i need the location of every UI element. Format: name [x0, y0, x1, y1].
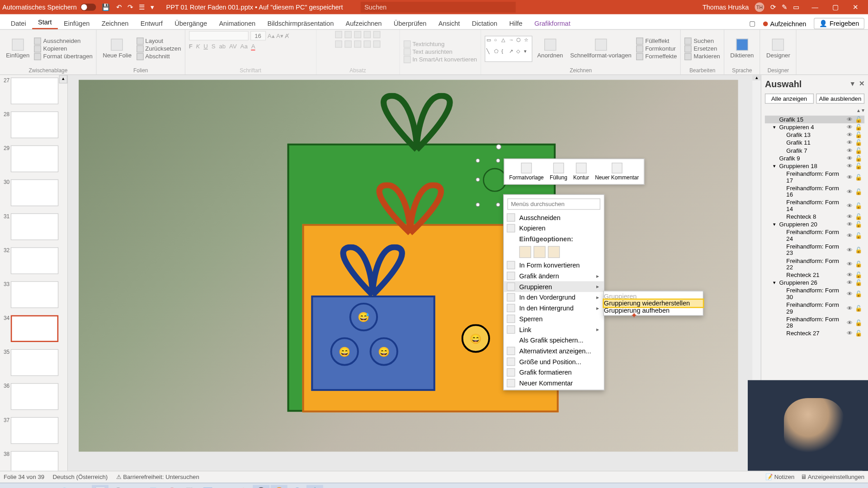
ctx-link[interactable]: Link▸	[504, 324, 604, 335]
bold-button[interactable]: F	[189, 43, 193, 51]
thumbnail-35[interactable]: 35	[0, 347, 67, 380]
change-case-button[interactable]: Aa	[241, 43, 248, 51]
tree-item[interactable]: Rechteck 21 👁 🔓	[765, 271, 864, 279]
vlc-icon[interactable]: ▶	[127, 485, 144, 488]
tab-dictation[interactable]: Dictation	[466, 17, 504, 29]
ctx-alt-text[interactable]: Alternativtext anzeigen...	[504, 346, 604, 357]
lock-icon[interactable]: 🔓	[855, 272, 863, 278]
thumb-scroll-up[interactable]: ▴	[59, 75, 67, 83]
decrease-font-icon[interactable]: A▾	[276, 33, 283, 39]
ctx-search-input[interactable]	[507, 198, 600, 210]
selection-handle[interactable]	[496, 202, 500, 206]
lock-icon[interactable]: 🔓	[855, 163, 863, 169]
selection-handle[interactable]	[496, 159, 500, 163]
sync-icon[interactable]: ⟳	[770, 3, 776, 11]
undo-icon[interactable]: ↶	[116, 3, 122, 11]
hide-all-button[interactable]: Alle ausblenden	[816, 94, 864, 103]
touch-mode-icon[interactable]: ☰	[139, 3, 145, 11]
file-explorer-icon[interactable]: 📁	[20, 485, 37, 488]
format-painter-button[interactable]: Format übertragen	[34, 53, 93, 60]
char-spacing-button[interactable]: AV	[229, 43, 237, 51]
thumbnail-36[interactable]: 36	[0, 381, 67, 415]
obs-icon[interactable]: ⚫	[253, 485, 269, 488]
ctx-new-comment[interactable]: Neuer Kommentar	[504, 378, 604, 389]
visibility-icon[interactable]: 👁	[847, 261, 855, 267]
mini-outline-button[interactable]: Kontur	[571, 161, 592, 182]
thumbnail-34[interactable]: 34	[0, 313, 67, 347]
ctx-change-graphic[interactable]: Grafik ändern▸	[504, 271, 604, 282]
tree-item[interactable]: Freihandform: Form 28 👁 🔓	[765, 315, 864, 330]
text-direction-button[interactable]: Textrichtung	[403, 40, 477, 47]
visibility-icon[interactable]: 👁	[847, 163, 855, 169]
autosave-switch-icon[interactable]	[80, 4, 96, 11]
shape-outline-button[interactable]: Formkontur	[636, 45, 677, 52]
paste-option-1[interactable]	[519, 246, 531, 258]
visibility-icon[interactable]: 👁	[847, 221, 855, 228]
line-spacing-icon[interactable]	[373, 31, 381, 38]
visibility-icon[interactable]: 👁	[847, 232, 855, 239]
tree-item[interactable]: Freihandform: Form 14 👁 🔓	[765, 198, 864, 213]
tree-item[interactable]: ▾ Gruppieren 4 👁 🔓	[765, 123, 864, 131]
thumbnail-37[interactable]: 37	[0, 415, 67, 449]
convert-smartart-button[interactable]: In SmartArt konvertieren	[403, 56, 477, 63]
selection-handle[interactable]	[476, 159, 480, 163]
strikethrough-button[interactable]: S	[212, 43, 216, 51]
visibility-icon[interactable]: 👁	[847, 305, 855, 312]
align-center-icon[interactable]	[344, 41, 352, 48]
visibility-icon[interactable]: 👁	[847, 147, 855, 154]
app-icon-7[interactable]: 🔵	[288, 485, 305, 488]
lock-icon[interactable]: 🔓	[855, 147, 863, 154]
text-shadow-button[interactable]: ab	[219, 43, 226, 51]
thumbnail-30[interactable]: 30	[0, 177, 67, 211]
visibility-icon[interactable]: 👁	[847, 279, 855, 286]
dictate-button[interactable]: Diktieren	[728, 38, 756, 60]
ribbon-display-icon[interactable]: ▭	[793, 3, 799, 11]
visibility-icon[interactable]: 👁	[847, 202, 855, 209]
show-all-button[interactable]: Alle anzeigen	[765, 94, 813, 103]
thumbnail-32[interactable]: 32	[0, 245, 67, 279]
tab-datei[interactable]: Datei	[5, 17, 32, 29]
lock-icon[interactable]: 🔓	[855, 131, 863, 138]
paste-option-3[interactable]	[548, 246, 560, 258]
tree-item[interactable]: ▾ Gruppieren 26 👁 🔓	[765, 279, 864, 286]
tab-entwurf[interactable]: Entwurf	[135, 17, 169, 29]
font-family-input[interactable]	[189, 31, 249, 41]
tree-item[interactable]: ▾ Gruppieren 20 👁 🔓	[765, 221, 864, 228]
lock-icon[interactable]: 🔓	[855, 155, 863, 162]
slide-canvas[interactable]: 😅 😄 😄 😄 Formatvorlage Füllung Kontur Neu…	[68, 75, 760, 471]
layout-button[interactable]: Layout	[137, 37, 181, 44]
accessibility-check[interactable]: ⚠ Barrierefreiheit: Untersuchen	[116, 474, 199, 480]
numbering-icon[interactable]	[344, 31, 352, 38]
app-icon-6[interactable]: 🟠	[271, 485, 288, 488]
blue-face-1[interactable]: 😅	[349, 303, 378, 331]
shape-fill-button[interactable]: Fülleffekt	[636, 37, 677, 44]
ctx-size-position[interactable]: Größe und Position...	[504, 357, 604, 367]
move-down-icon[interactable]: ▾	[862, 107, 865, 113]
app-icon-3[interactable]: 🔴	[163, 485, 180, 488]
lock-icon[interactable]: 🔓	[855, 279, 863, 286]
increase-font-icon[interactable]: A▴	[268, 33, 274, 39]
selection-tree[interactable]: Grafik 15 👁 🔓 ▾ Gruppieren 4 👁 🔓 Grafik …	[765, 116, 864, 338]
blue-face-2[interactable]: 😄	[330, 337, 359, 366]
selection-handle[interactable]	[476, 202, 480, 206]
tab-ansicht[interactable]: Ansicht	[433, 17, 466, 29]
thumbnail-33[interactable]: 33	[0, 279, 67, 313]
tree-item[interactable]: Freihandform: Form 24 👁 🔓	[765, 228, 864, 243]
lock-icon[interactable]: 🔓	[855, 124, 863, 131]
lock-icon[interactable]: 🔓	[855, 305, 863, 312]
visibility-icon[interactable]: 👁	[847, 124, 855, 131]
visibility-icon[interactable]: 👁	[847, 155, 855, 162]
qat-dropdown-icon[interactable]: ▾	[151, 3, 154, 11]
share-button[interactable]: 👤 Freigeben	[814, 18, 865, 29]
tree-item[interactable]: Grafik 13 👁 🔓	[765, 131, 864, 139]
visibility-icon[interactable]: 👁	[847, 330, 855, 337]
copy-button[interactable]: Kopieren	[34, 45, 93, 52]
select-button[interactable]: Markieren	[684, 53, 720, 60]
lock-icon[interactable]: 🔓	[855, 202, 863, 209]
rotation-handle[interactable]	[496, 144, 501, 150]
thumbnail-29[interactable]: 29	[0, 143, 67, 177]
app-icon-8[interactable]: 📋	[307, 485, 323, 488]
ctx-lock[interactable]: Sperren	[504, 314, 604, 324]
visibility-icon[interactable]: 👁	[847, 116, 855, 123]
tree-item[interactable]: Freihandform: Form 17 👁 🔓	[765, 170, 864, 184]
